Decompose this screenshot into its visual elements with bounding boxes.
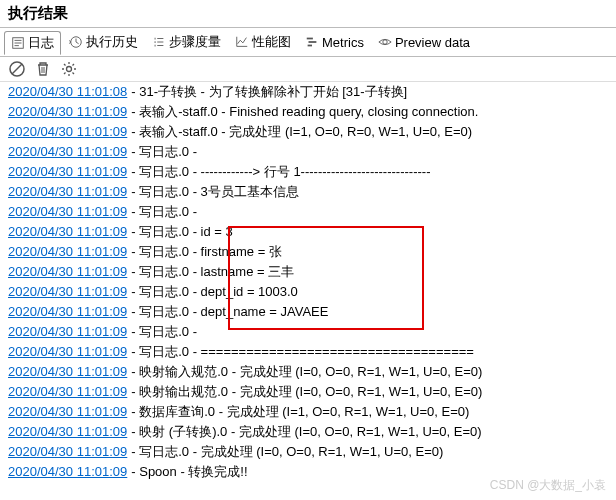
tab-log[interactable]: 日志 (4, 31, 61, 55)
log-msg: - 映射输出规范.0 - 完成处理 (I=0, O=0, R=1, W=1, U… (131, 382, 482, 402)
tab-metrics[interactable]: Metrics (299, 33, 370, 52)
log-msg: - 表输入-staff.0 - 完成处理 (I=1, O=0, R=0, W=1… (131, 122, 472, 142)
tab-label: Metrics (322, 35, 364, 50)
log-timestamp[interactable]: 2020/04/30 11:01:09 (8, 242, 127, 262)
tab-history[interactable]: 执行历史 (63, 31, 144, 53)
log-row: 2020/04/30 11:01:09- 写日志.0 - dept_name =… (8, 302, 608, 322)
watermark: CSDN @大数据_小袁 (490, 477, 606, 494)
log-timestamp[interactable]: 2020/04/30 11:01:08 (8, 82, 127, 102)
svg-rect-11 (307, 38, 313, 40)
log-timestamp[interactable]: 2020/04/30 11:01:09 (8, 202, 127, 222)
log-msg: - 写日志.0 - ==============================… (131, 342, 474, 362)
log-msg: - 写日志.0 - (131, 202, 197, 222)
log-row: 2020/04/30 11:01:09- 写日志.0 - firstname =… (8, 242, 608, 262)
log-row: 2020/04/30 11:01:09- 写日志.0 - 3号员工基本信息 (8, 182, 608, 202)
log-row: 2020/04/30 11:01:09- 写日志.0 - (8, 322, 608, 342)
log-row: 2020/04/30 11:01:09- 写日志.0 - id = 3 (8, 222, 608, 242)
log-timestamp[interactable]: 2020/04/30 11:01:09 (8, 442, 127, 462)
log-msg: - 映射输入规范.0 - 完成处理 (I=0, O=0, R=1, W=1, U… (131, 362, 482, 382)
log-msg: - 31-子转换 - 为了转换解除补丁开始 [31-子转换] (131, 82, 407, 102)
tab-label: Preview data (395, 35, 470, 50)
log-timestamp[interactable]: 2020/04/30 11:01:09 (8, 382, 127, 402)
toolbar (0, 57, 616, 82)
svg-point-14 (383, 40, 387, 44)
log-timestamp[interactable]: 2020/04/30 11:01:09 (8, 402, 127, 422)
log-timestamp[interactable]: 2020/04/30 11:01:09 (8, 422, 127, 442)
log-row: 2020/04/30 11:01:09- 写日志.0 - (8, 202, 608, 222)
log-row: 2020/04/30 11:01:09- 写日志.0 - (8, 142, 608, 162)
tab-preview[interactable]: Preview data (372, 33, 476, 52)
log-area: 2020/04/30 11:01:08- 31-子转换 - 为了转换解除补丁开始… (0, 82, 616, 482)
log-timestamp[interactable]: 2020/04/30 11:01:09 (8, 222, 127, 242)
log-timestamp[interactable]: 2020/04/30 11:01:09 (8, 102, 127, 122)
log-row: 2020/04/30 11:01:09- 写日志.0 - ===========… (8, 342, 608, 362)
log-timestamp[interactable]: 2020/04/30 11:01:09 (8, 262, 127, 282)
tab-perf[interactable]: 性能图 (229, 31, 297, 53)
log-timestamp[interactable]: 2020/04/30 11:01:09 (8, 462, 127, 482)
log-icon (11, 36, 25, 50)
trash-button[interactable] (34, 60, 52, 78)
list-icon (152, 35, 166, 49)
log-timestamp[interactable]: 2020/04/30 11:01:09 (8, 142, 127, 162)
log-row: 2020/04/30 11:01:09- 映射输出规范.0 - 完成处理 (I=… (8, 382, 608, 402)
log-msg: - 写日志.0 - dept_name = JAVAEE (131, 302, 328, 322)
log-msg: - 写日志.0 - (131, 142, 197, 162)
log-msg: - 映射 (子转换).0 - 完成处理 (I=0, O=0, R=1, W=1,… (131, 422, 481, 442)
log-msg: - 写日志.0 - lastname = 三丰 (131, 262, 294, 282)
log-row: 2020/04/30 11:01:09- 数据库查询.0 - 完成处理 (I=1… (8, 402, 608, 422)
tab-label: 执行历史 (86, 33, 138, 51)
tab-bar: 日志 执行历史 步骤度量 性能图 Metrics Preview data (0, 28, 616, 57)
log-timestamp[interactable]: 2020/04/30 11:01:09 (8, 122, 127, 142)
log-msg: - 写日志.0 - (131, 322, 197, 342)
log-msg: - 写日志.0 - firstname = 张 (131, 242, 282, 262)
log-timestamp[interactable]: 2020/04/30 11:01:09 (8, 282, 127, 302)
settings-button[interactable] (60, 60, 78, 78)
tab-label: 步骤度量 (169, 33, 221, 51)
tab-label: 性能图 (252, 33, 291, 51)
log-row: 2020/04/30 11:01:09- 映射输入规范.0 - 完成处理 (I=… (8, 362, 608, 382)
eye-icon (378, 35, 392, 49)
history-icon (69, 35, 83, 49)
log-row: 2020/04/30 11:01:09- 写日志.0 - 完成处理 (I=0, … (8, 442, 608, 462)
gantt-icon (305, 35, 319, 49)
log-timestamp[interactable]: 2020/04/30 11:01:09 (8, 302, 127, 322)
log-row: 2020/04/30 11:01:09- 写日志.0 - -----------… (8, 162, 608, 182)
log-msg: - 写日志.0 - 3号员工基本信息 (131, 182, 299, 202)
tab-step-metrics[interactable]: 步骤度量 (146, 31, 227, 53)
log-row: 2020/04/30 11:01:09- 写日志.0 - dept_id = 1… (8, 282, 608, 302)
log-timestamp[interactable]: 2020/04/30 11:01:09 (8, 342, 127, 362)
svg-rect-13 (308, 45, 312, 47)
tab-label: 日志 (28, 34, 54, 52)
svg-line-16 (12, 64, 22, 74)
log-msg: - Spoon - 转换完成!! (131, 462, 247, 482)
log-row: 2020/04/30 11:01:08- 31-子转换 - 为了转换解除补丁开始… (8, 82, 608, 102)
chart-icon (235, 35, 249, 49)
log-row: 2020/04/30 11:01:09- 表输入-staff.0 - 完成处理 … (8, 122, 608, 142)
log-timestamp[interactable]: 2020/04/30 11:01:09 (8, 362, 127, 382)
log-msg: - 表输入-staff.0 - Finished reading query, … (131, 102, 478, 122)
svg-rect-12 (309, 41, 317, 43)
svg-point-19 (67, 67, 72, 72)
stop-button[interactable] (8, 60, 26, 78)
log-msg: - 写日志.0 - ------------> 行号 1------------… (131, 162, 430, 182)
log-msg: - 写日志.0 - id = 3 (131, 222, 233, 242)
log-row: 2020/04/30 11:01:09- 映射 (子转换).0 - 完成处理 (… (8, 422, 608, 442)
log-row: 2020/04/30 11:01:09- 写日志.0 - lastname = … (8, 262, 608, 282)
log-timestamp[interactable]: 2020/04/30 11:01:09 (8, 322, 127, 342)
log-msg: - 写日志.0 - dept_id = 1003.0 (131, 282, 298, 302)
log-timestamp[interactable]: 2020/04/30 11:01:09 (8, 162, 127, 182)
log-timestamp[interactable]: 2020/04/30 11:01:09 (8, 182, 127, 202)
log-row: 2020/04/30 11:01:09- 表输入-staff.0 - Finis… (8, 102, 608, 122)
page-title: 执行结果 (0, 0, 616, 28)
log-msg: - 写日志.0 - 完成处理 (I=0, O=0, R=1, W=1, U=0,… (131, 442, 443, 462)
log-msg: - 数据库查询.0 - 完成处理 (I=1, O=0, R=1, W=1, U=… (131, 402, 469, 422)
